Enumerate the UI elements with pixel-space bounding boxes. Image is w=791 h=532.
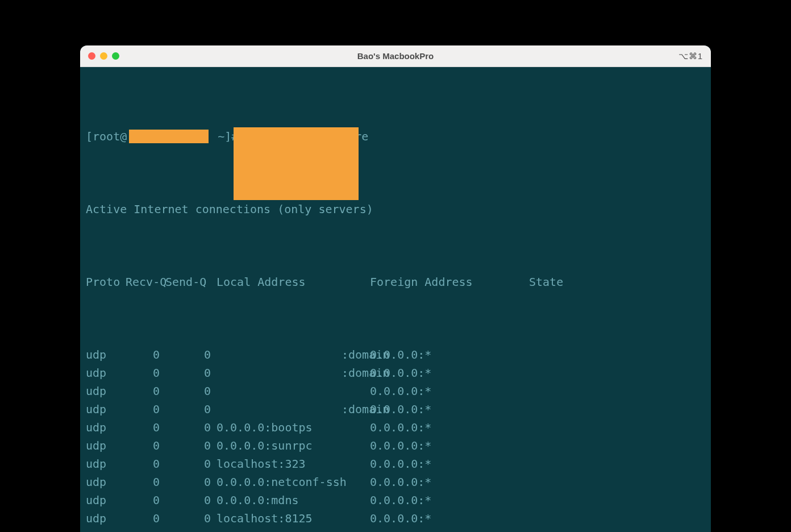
cell-proto: udp [86, 382, 126, 400]
table-row: udp000.0.0.0:mdns0.0.0.0:* [80, 491, 711, 509]
col-state: State [529, 273, 705, 291]
table-row: udp000.0.0.0:bootps0.0.0.0:* [80, 418, 711, 437]
cell-proto: udp [86, 400, 126, 418]
redacted-addresses-block [234, 127, 359, 200]
cell-local: 0.0.0.0:45661 [217, 527, 370, 532]
cell-proto: udp [86, 418, 126, 437]
table-row: udp00:domain0.0.0.0:* [80, 400, 711, 418]
cell-local: 0.0.0.0:sunrpc [217, 437, 370, 455]
cell-sendq: 0 [165, 400, 217, 418]
table-row: udp000.0.0.0:netconf-ssh0.0.0.0:* [80, 473, 711, 491]
cell-foreign: 0.0.0.0:* [370, 437, 529, 455]
cell-proto: udp [86, 437, 126, 455]
cell-sendq: 0 [165, 418, 217, 437]
cell-local: localhost:323 [217, 455, 370, 473]
col-sendq: Send-Q [165, 273, 217, 291]
cell-sendq: 0 [165, 364, 217, 382]
prompt-line-1: [root@ ~]# netstat -lu | more [80, 127, 711, 146]
cell-proto: udp [86, 364, 126, 382]
cell-proto: udp [86, 527, 126, 532]
window-title: Bao's MacbookPro [80, 51, 711, 61]
cell-recvq: 0 [126, 473, 165, 491]
cell-local: 0.0.0.0:mdns [217, 491, 370, 509]
cell-recvq: 0 [126, 455, 165, 473]
redacted-hostname [129, 130, 209, 143]
cell-local: 0.0.0.0:netconf-ssh [217, 473, 370, 491]
cell-sendq: 0 [165, 437, 217, 455]
table-row: udp000.0.0.0:456610.0.0.0:* [80, 527, 711, 532]
cell-foreign: 0.0.0.0:* [370, 491, 529, 509]
cell-foreign: 0.0.0.0:* [370, 455, 529, 473]
cell-foreign: 0.0.0.0:* [370, 418, 529, 437]
cell-recvq: 0 [126, 400, 165, 418]
cell-sendq: 0 [165, 527, 217, 532]
table-row: udp00:domain0.0.0.0:* [80, 346, 711, 364]
traffic-lights [88, 52, 119, 60]
cell-recvq: 0 [126, 418, 165, 437]
cell-local [217, 382, 370, 400]
cell-sendq: 0 [165, 473, 217, 491]
cell-sendq: 0 [165, 382, 217, 400]
cell-local: :domain [217, 346, 370, 364]
col-recvq: Recv-Q [126, 273, 165, 291]
cell-proto: udp [86, 473, 126, 491]
column-header-row: ProtoRecv-QSend-QLocal AddressForeign Ad… [80, 273, 711, 291]
cell-local: 0.0.0.0:bootps [217, 418, 370, 437]
cell-recvq: 0 [126, 364, 165, 382]
cell-recvq: 0 [126, 346, 165, 364]
table-row: udp000.0.0.0:* [80, 382, 711, 400]
cell-foreign: 0.0.0.0:* [370, 364, 529, 382]
cell-recvq: 0 [126, 491, 165, 509]
output-header: Active Internet connections (only server… [86, 200, 373, 218]
table-row: udp00:domain0.0.0.0:* [80, 364, 711, 382]
cell-sendq: 0 [165, 491, 217, 509]
table-row: udp00localhost:3230.0.0.0:* [80, 455, 711, 473]
cell-foreign: 0.0.0.0:* [370, 473, 529, 491]
titlebar[interactable]: Bao's MacbookPro ⌥⌘1 [80, 45, 711, 67]
table-row: udp00localhost:81250.0.0.0:* [80, 509, 711, 527]
cell-local: localhost:8125 [217, 509, 370, 527]
cell-recvq: 0 [126, 382, 165, 400]
col-proto: Proto [86, 273, 126, 291]
cell-recvq: 0 [126, 509, 165, 527]
col-local: Local Address [217, 273, 370, 291]
table-row: udp000.0.0.0:sunrpc0.0.0.0:* [80, 437, 711, 455]
cell-local: :domain [217, 364, 370, 382]
close-icon[interactable] [88, 52, 95, 60]
cell-recvq: 0 [126, 527, 165, 532]
cell-recvq: 0 [126, 437, 165, 455]
cell-sendq: 0 [165, 346, 217, 364]
cell-foreign: 0.0.0.0:* [370, 382, 529, 400]
output-header-line: Active Internet connections (only server… [80, 200, 711, 218]
cell-foreign: 0.0.0.0:* [370, 346, 529, 364]
cell-proto: udp [86, 491, 126, 509]
zoom-icon[interactable] [112, 52, 119, 60]
cell-sendq: 0 [165, 509, 217, 527]
cell-foreign: 0.0.0.0:* [370, 527, 529, 532]
cell-proto: udp [86, 455, 126, 473]
cell-local: :domain [217, 400, 370, 418]
cell-sendq: 0 [165, 455, 217, 473]
cell-foreign: 0.0.0.0:* [370, 509, 529, 527]
minimize-icon[interactable] [100, 52, 107, 60]
terminal-body[interactable]: [root@ ~]# netstat -lu | more Active Int… [80, 67, 711, 532]
prompt-prefix: [root@ [86, 127, 127, 146]
col-foreign: Foreign Address [370, 273, 529, 291]
cell-proto: udp [86, 509, 126, 527]
terminal-window: Bao's MacbookPro ⌥⌘1 [root@ ~]# netstat … [80, 45, 711, 532]
cell-foreign: 0.0.0.0:* [370, 400, 529, 418]
cell-proto: udp [86, 346, 126, 364]
window-shortcut: ⌥⌘1 [678, 51, 703, 61]
